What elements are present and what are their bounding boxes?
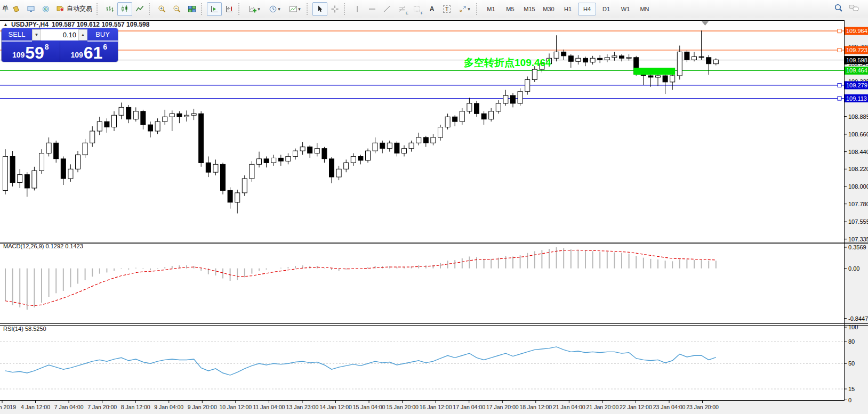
cursor-button[interactable] — [312, 2, 327, 16]
chat-icon[interactable] — [849, 4, 859, 14]
indicators-button[interactable]: ▾ — [244, 2, 264, 16]
text-tool-button[interactable]: A — [424, 2, 439, 16]
buy-button[interactable]: BUY — [87, 28, 118, 42]
time-tick-label: 21 Jan 04:00 — [553, 404, 585, 410]
time-tick-label: 15 Jan 20:00 — [386, 404, 419, 410]
candle-up — [670, 76, 675, 82]
sell-price-big: 59 — [25, 45, 44, 61]
volume-decrease-button[interactable]: ▼ — [32, 29, 41, 40]
line-handle[interactable] — [838, 29, 841, 33]
auto-scroll-button[interactable] — [207, 2, 222, 16]
timeframe-m30-button[interactable]: M30 — [540, 3, 558, 15]
main-toolbar: 单 自动交易 ▾ ▾ ▾ E F A T ▾ M1M5M15M30H1H4D1W… — [0, 0, 868, 18]
sell-price-head: 109 — [12, 51, 25, 59]
timeframe-mn-button[interactable]: MN — [636, 3, 654, 15]
candle-down — [206, 163, 211, 172]
macd-tick-label: -0.8447 — [848, 315, 868, 322]
new-order-truncated-label[interactable]: 单 — [2, 4, 9, 13]
time-tick-label: 4 Jan 12:00 — [21, 404, 50, 410]
candle-up — [416, 137, 421, 143]
terminal-button[interactable] — [23, 2, 38, 16]
candle-down — [561, 52, 566, 55]
candle-up — [300, 147, 305, 151]
zoom-out-button[interactable] — [170, 2, 184, 16]
candle-up — [713, 60, 718, 63]
volume-input[interactable] — [41, 30, 78, 40]
time-tick-label: 17 Jan 04:00 — [453, 404, 485, 410]
buy-price-display[interactable]: 109 61 6 — [60, 42, 118, 62]
line-handle[interactable] — [838, 96, 841, 100]
candle-up — [344, 163, 349, 169]
macd-tick-label: 0.3569 — [848, 244, 866, 250]
history-center-button[interactable] — [9, 2, 23, 16]
candle-up — [445, 117, 450, 127]
candle-down — [358, 157, 363, 160]
candle-up — [250, 164, 254, 178]
candle-down — [105, 121, 109, 127]
channel-icon — [398, 5, 406, 13]
periods-button[interactable]: ▾ — [264, 2, 285, 16]
fibonacci-button[interactable]: F — [409, 2, 424, 16]
timeframe-d1-button[interactable]: D1 — [597, 3, 615, 15]
chart-plot-area[interactable] — [0, 21, 845, 401]
arrows-tool-button[interactable]: ▾ — [454, 2, 475, 16]
tile-windows-button[interactable] — [184, 2, 199, 16]
rsi-tick-label: 80 — [848, 338, 855, 345]
time-tick-label: 11 Jan 04:00 — [253, 404, 285, 410]
candle-down — [221, 164, 226, 190]
sell-button[interactable]: SELL — [2, 28, 32, 42]
equidistant-channel-button[interactable]: E — [395, 2, 409, 16]
volume-increase-button[interactable]: ▲ — [78, 29, 87, 40]
timeframe-m5-button[interactable]: M5 — [501, 3, 519, 15]
timeframe-m1-button[interactable]: M1 — [482, 3, 500, 15]
candle-down — [54, 143, 59, 159]
candle-up — [90, 131, 95, 143]
auto-trading-button[interactable]: 自动交易 — [53, 2, 95, 16]
rsi-tick-label: 50 — [848, 360, 855, 367]
dropdown-arrow-icon: ▾ — [258, 6, 260, 12]
price-badge-label: 109.113 — [846, 95, 867, 102]
search-icon[interactable] — [834, 3, 843, 15]
text-label-button[interactable]: T — [439, 2, 454, 16]
candle-up — [286, 157, 291, 161]
candle-up — [3, 157, 8, 191]
horizontal-line-button[interactable] — [365, 2, 380, 16]
candle-down — [685, 52, 689, 60]
chart-canvas[interactable]: 109.765109.545109.325109.105108.885108.6… — [0, 0, 868, 414]
toolbar-grip — [201, 3, 204, 15]
toolbar-grip — [238, 3, 242, 15]
candle-down — [423, 137, 428, 143]
one-click-collapse-arrow-icon[interactable]: ▲ — [3, 22, 8, 27]
volume-control: ▼ ▲ — [32, 29, 87, 40]
line-handle[interactable] — [838, 83, 841, 87]
candle-up — [46, 143, 51, 153]
zoom-in-button[interactable] — [155, 2, 170, 16]
trendline-button[interactable] — [380, 2, 395, 16]
timeframe-m15-button[interactable]: M15 — [520, 3, 539, 15]
price-badge-label: 109.279 — [846, 82, 867, 88]
crosshair-button[interactable] — [327, 2, 342, 16]
sell-price-display[interactable]: 109 59 8 — [2, 42, 60, 62]
vertical-line-button[interactable] — [350, 2, 365, 16]
rsi-label: RSI(14) 58.5250 — [3, 326, 46, 332]
candle-down — [481, 113, 486, 119]
templates-button[interactable]: ▾ — [285, 2, 305, 16]
timeframe-w1-button[interactable]: W1 — [616, 3, 634, 15]
time-tick-label: 13 Jan 23:00 — [286, 404, 319, 410]
line-handle[interactable] — [838, 48, 841, 52]
chart-shift-button[interactable] — [222, 2, 237, 16]
timeframe-h1-button[interactable]: H1 — [559, 3, 577, 15]
price-tick-label: 107.780 — [848, 201, 868, 207]
pivot-annotation-text[interactable]: 多空转折点109.464 — [464, 56, 551, 70]
timeframe-h4-button[interactable]: H4 — [578, 3, 596, 15]
line-chart-button[interactable] — [132, 2, 147, 16]
candle-up — [496, 103, 501, 111]
vertical-line-icon — [353, 5, 361, 13]
bar-chart-button[interactable] — [102, 2, 117, 16]
pivot-zone-rect[interactable] — [633, 68, 675, 75]
clock-icon — [269, 5, 277, 13]
candlestick-chart-button[interactable] — [117, 2, 132, 16]
time-tick-label: 14 Jan 12:00 — [319, 404, 352, 410]
signal-button[interactable] — [38, 2, 53, 16]
time-tick-label: 7 Jan 20:00 — [87, 404, 117, 410]
